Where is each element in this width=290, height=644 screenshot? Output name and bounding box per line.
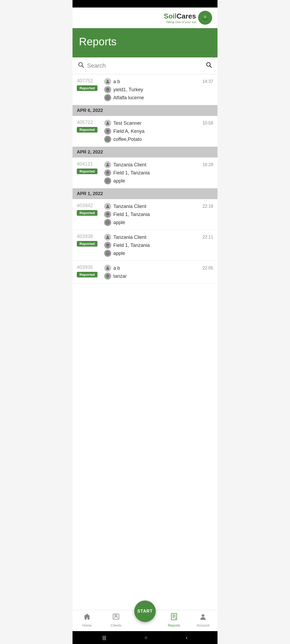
home-icon xyxy=(83,613,91,622)
report-crop: Alfalfa lucerne xyxy=(113,95,144,101)
svg-point-19 xyxy=(107,244,108,246)
person-avatar-icon xyxy=(104,234,111,241)
date-separator: APR 1, 2022 xyxy=(73,188,218,199)
reported-badge: Reported xyxy=(77,127,97,133)
report-item[interactable]: 404121ReportedTanzania Client16:29Field … xyxy=(73,158,218,188)
report-time: 22:18 xyxy=(202,204,213,209)
status-bar xyxy=(73,0,218,8)
nav-item-home[interactable]: Home xyxy=(73,613,102,627)
svg-point-15 xyxy=(107,205,108,206)
report-center: a b14:37yield1, TurkeyAlfalfa lucerne xyxy=(104,78,213,101)
report-location-row: Field 1, Tanzania xyxy=(104,169,213,176)
page-title: Reports xyxy=(79,36,211,48)
report-location-row: yield1, Turkey xyxy=(104,86,213,93)
crop-avatar-icon xyxy=(104,136,111,143)
crop-avatar-icon xyxy=(104,177,111,184)
svg-point-16 xyxy=(107,213,108,215)
search-placeholder[interactable]: Search xyxy=(87,62,106,69)
report-crop: apple xyxy=(113,220,125,225)
reported-badge: Reported xyxy=(77,210,97,216)
crop-avatar-icon xyxy=(104,219,111,226)
logo-text: SoilCares xyxy=(164,12,196,20)
report-item[interactable]: 405722ReportedTest Scanner10:58Field A, … xyxy=(73,116,218,147)
nav-item-clients[interactable]: Clients xyxy=(102,613,130,627)
location-avatar-icon xyxy=(104,211,111,218)
report-center: a b22:05tanzar xyxy=(104,265,213,280)
report-location-row: tanzar xyxy=(104,273,213,280)
logo-soil: Soil xyxy=(164,12,177,20)
nav-label-reports: Reports xyxy=(168,623,180,627)
reported-badge: Reported xyxy=(77,169,97,174)
report-left: 403938Reported xyxy=(77,234,101,247)
report-center: Test Scanner10:58Field A, Kenyacoffee,Po… xyxy=(104,120,213,143)
report-person-name: a b xyxy=(113,79,120,85)
report-person-row: a b22:05 xyxy=(104,265,213,272)
svg-point-4 xyxy=(206,63,210,66)
android-back[interactable]: ‹ xyxy=(186,635,187,641)
crop-avatar-icon xyxy=(104,94,111,101)
report-person-row: Tanzania Client16:29 xyxy=(104,161,213,168)
nav-item-reports[interactable]: Reports xyxy=(160,613,189,627)
report-left: 404121Reported xyxy=(77,161,101,174)
start-fab[interactable]: START xyxy=(134,601,156,622)
report-item[interactable]: 403942ReportedTanzania Client22:18Field … xyxy=(73,199,218,230)
search-container[interactable]: Search xyxy=(73,57,218,74)
bottom-nav: Home Clients START Reports xyxy=(73,610,218,631)
report-center: Tanzania Client22:11Field 1, Tanzaniaapp… xyxy=(104,234,213,257)
report-location: Field 1, Tanzania xyxy=(113,170,150,176)
report-location: yield1, Turkey xyxy=(113,87,143,93)
report-time: 22:05 xyxy=(202,266,213,270)
svg-point-9 xyxy=(107,122,108,123)
report-crop-row: apple xyxy=(104,177,213,184)
date-separator: APR 2, 2022 xyxy=(73,147,218,158)
report-person-name: Tanzania Client xyxy=(113,162,146,168)
svg-point-12 xyxy=(107,163,108,165)
report-location-row: Field 1, Tanzania xyxy=(104,242,213,249)
report-id: 403942 xyxy=(77,203,93,208)
svg-point-2 xyxy=(79,63,82,66)
page-title-bar: Reports xyxy=(73,28,218,57)
svg-point-7 xyxy=(107,89,108,90)
report-item[interactable]: 407752Reporteda b14:37yield1, TurkeyAlfa… xyxy=(73,74,218,105)
person-avatar-icon xyxy=(104,265,111,272)
android-home[interactable]: ○ xyxy=(145,635,148,641)
report-location-row: Field 1, Tanzania xyxy=(104,211,213,218)
report-location-row: Field A, Kenya xyxy=(104,128,213,135)
search-icon-right[interactable] xyxy=(206,62,212,70)
report-time: 14:37 xyxy=(202,79,213,84)
search-left: Search xyxy=(78,62,106,70)
report-person-name: Tanzania Client xyxy=(113,204,146,209)
report-id: 403935 xyxy=(77,265,93,270)
svg-point-6 xyxy=(107,80,108,82)
report-crop: apple xyxy=(113,251,125,256)
person-avatar-icon xyxy=(104,78,111,85)
logo-icon xyxy=(198,11,212,25)
report-time: 22:11 xyxy=(202,235,213,240)
reports-list: 407752Reporteda b14:37yield1, TurkeyAlfa… xyxy=(73,74,218,610)
report-crop: apple xyxy=(113,178,125,184)
svg-point-30 xyxy=(202,614,204,617)
svg-line-3 xyxy=(82,66,84,68)
report-person-row: Test Scanner10:58 xyxy=(104,120,213,127)
crop-avatar-icon xyxy=(104,250,111,257)
report-id: 404121 xyxy=(77,161,93,167)
report-id: 407752 xyxy=(77,78,93,84)
report-left: 405722Reported xyxy=(77,120,101,133)
report-id: 405722 xyxy=(77,120,93,125)
android-recent[interactable]: ||| xyxy=(103,635,106,641)
report-crop-row: apple xyxy=(104,219,213,226)
report-person-name: a b xyxy=(113,265,120,271)
nav-label-home: Home xyxy=(82,623,92,627)
report-crop: coffee,Potato xyxy=(113,137,142,142)
report-item[interactable]: 403935Reporteda b22:05tanzar xyxy=(73,261,218,284)
svg-point-22 xyxy=(107,275,108,277)
start-fab-label: START xyxy=(137,609,153,614)
report-location: tanzar xyxy=(113,273,127,279)
reports-icon xyxy=(170,613,178,622)
report-item[interactable]: 403938ReportedTanzania Client22:11Field … xyxy=(73,230,218,261)
report-person-name: Tanzania Client xyxy=(113,235,146,240)
report-center: Tanzania Client22:18Field 1, Tanzaniaapp… xyxy=(104,203,213,226)
svg-point-18 xyxy=(107,236,108,237)
nav-item-account[interactable]: Account xyxy=(189,613,218,627)
location-avatar-icon xyxy=(104,242,111,249)
